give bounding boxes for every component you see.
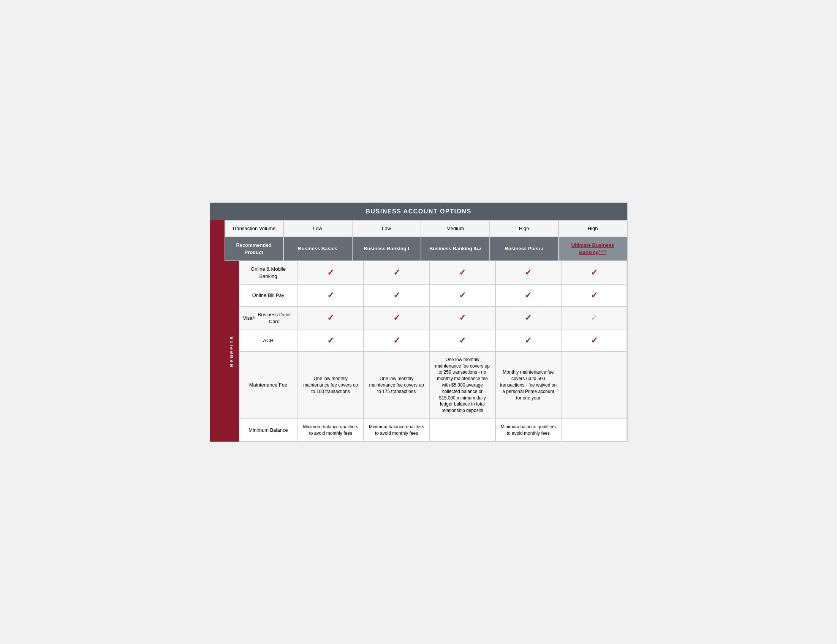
check-icon: ✓ [525, 267, 532, 279]
check-icon: ✓ [393, 335, 400, 347]
check-icon: ✓ [393, 267, 400, 279]
ach-label: ACH [239, 330, 298, 352]
ultimate-banking-link[interactable]: Ultimate Business Banking1,2,3 [563, 242, 623, 256]
col5-transaction-volume: High [558, 220, 627, 237]
maintenance-fee-label: Maintenance Fee [239, 352, 298, 419]
col5-bill-pay: ✓ [561, 285, 627, 306]
col1-product: Business Basics [284, 237, 352, 261]
col1-ach: ✓ [298, 330, 364, 352]
recommended-product-row: Recommended Product Business Basics Busi… [225, 237, 627, 261]
check-icon: ✓ [525, 335, 532, 347]
check-icon: ✓ [393, 312, 400, 324]
col5-visa-debit: ✓ [561, 306, 627, 330]
check-icon: ✓ [591, 335, 597, 347]
col2-visa-debit: ✓ [364, 306, 429, 330]
table-title: BUSINESS ACCOUNT OPTIONS [210, 203, 627, 220]
col3-minimum-balance [429, 419, 495, 442]
col4-transaction-volume: High [490, 220, 558, 237]
col4-maintenance-fee: Monthly maintenance fee covers up to 500… [496, 352, 561, 419]
benefits-side-label [210, 220, 225, 442]
check-icon: ✓ [327, 290, 334, 302]
recommended-product-label: Recommended Product [225, 237, 284, 261]
col5-ach: ✓ [561, 330, 627, 352]
minimum-balance-label: Minimum Balance [239, 419, 298, 442]
col2-online-mobile: ✓ [364, 261, 429, 284]
col5-minimum-balance [561, 419, 627, 442]
check-gray-icon: ✓ [591, 312, 597, 324]
row-visa-debit: Visa® Business Debit Card ✓ ✓ ✓ ✓ ✓ [239, 306, 627, 330]
check-icon: ✓ [459, 267, 466, 279]
col4-bill-pay: ✓ [496, 285, 561, 306]
check-icon: ✓ [327, 267, 334, 279]
col4-product: Business Plus1,2 [490, 237, 558, 261]
col2-product: Business Banking I [352, 237, 421, 261]
check-icon: ✓ [327, 335, 334, 347]
col3-online-mobile: ✓ [429, 261, 495, 284]
visa-debit-label: Visa® Business Debit Card [239, 306, 298, 330]
col5-product: Ultimate Business Banking1,2,3 [558, 237, 627, 261]
check-icon: ✓ [459, 290, 466, 302]
row-minimum-balance: Minimum Balance Minimum balance qualifie… [239, 419, 627, 442]
row-online-mobile-banking: Online & Mobile Banking ✓ ✓ ✓ ✓ ✓ [239, 261, 627, 284]
online-bill-pay-label: Online Bill Pay [239, 285, 298, 306]
col4-minimum-balance: Minimum balance qualifiers to avoid mont… [496, 419, 561, 442]
col2-ach: ✓ [364, 330, 429, 352]
col5-maintenance-fee [561, 352, 627, 419]
col2-maintenance-fee: One low monthly maintenance fee covers u… [364, 352, 429, 419]
col3-bill-pay: ✓ [429, 285, 495, 306]
col2-transaction-volume: Low [352, 220, 421, 237]
transaction-volume-label: Transaction Volume [225, 220, 284, 237]
col1-maintenance-fee: One low monthly maintenance fee covers u… [298, 352, 364, 419]
col4-visa-debit: ✓ [496, 306, 561, 330]
col3-maintenance-fee: One low monthly maintenance fee covers u… [429, 352, 495, 419]
col3-product: Business Banking II1,2 [421, 237, 490, 261]
check-icon: ✓ [591, 267, 597, 279]
check-icon: ✓ [591, 290, 597, 302]
col1-bill-pay: ✓ [298, 285, 364, 306]
comparison-table: BUSINESS ACCOUNT OPTIONS Transaction Vol… [210, 202, 628, 442]
transaction-volume-row: Transaction Volume Low Low Medium High H… [225, 220, 627, 237]
check-icon: ✓ [525, 290, 532, 302]
row-maintenance-fee: Maintenance Fee One low monthly maintena… [239, 352, 627, 419]
row-online-bill-pay: Online Bill Pay ✓ ✓ ✓ ✓ ✓ [239, 285, 627, 306]
col1-online-mobile: ✓ [298, 261, 364, 284]
col2-bill-pay: ✓ [364, 285, 429, 306]
col4-online-mobile: ✓ [496, 261, 561, 284]
col1-minimum-balance: Minimum balance qualifiers to avoid mont… [298, 419, 364, 442]
check-icon: ✓ [327, 312, 334, 324]
col1-visa-debit: ✓ [298, 306, 364, 330]
check-icon: ✓ [459, 335, 466, 347]
check-icon: ✓ [393, 290, 400, 302]
col3-visa-debit: ✓ [429, 306, 495, 330]
check-icon: ✓ [525, 312, 532, 324]
col3-ach: ✓ [429, 330, 495, 352]
check-icon: ✓ [459, 312, 466, 324]
row-ach: ACH ✓ ✓ ✓ ✓ ✓ [239, 330, 627, 352]
benefits-label-text: BENEFITS [229, 335, 235, 367]
col3-transaction-volume: Medium [421, 220, 490, 237]
col5-online-mobile: ✓ [561, 261, 627, 284]
online-mobile-banking-label: Online & Mobile Banking [239, 261, 298, 284]
benefits-label-bar: BENEFITS [225, 261, 239, 441]
col1-transaction-volume: Low [284, 220, 352, 237]
col2-minimum-balance: Minimum balance qualifiers to avoid mont… [364, 419, 429, 442]
col4-ach: ✓ [496, 330, 561, 352]
